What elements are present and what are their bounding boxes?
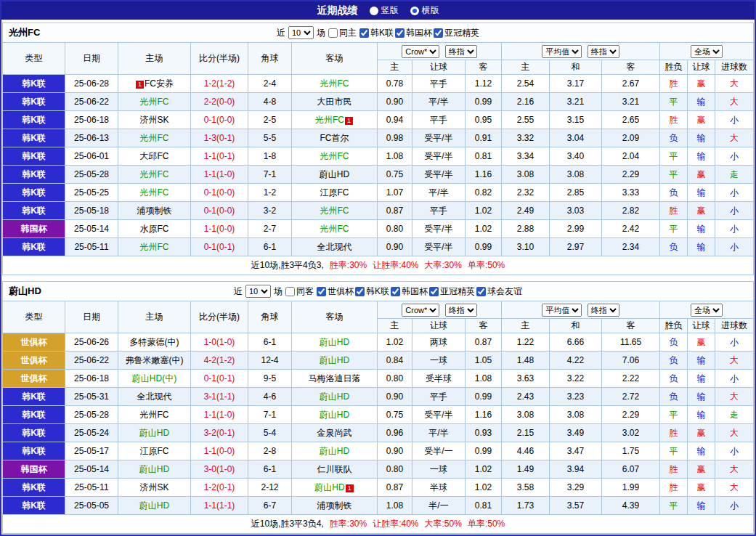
- team-link[interactable]: 光州FC: [140, 187, 169, 198]
- away-team-cell[interactable]: 金泉尚武: [292, 424, 378, 442]
- team-link[interactable]: 蔚山HD: [320, 410, 349, 420]
- team-link[interactable]: 浦项制铁: [317, 500, 352, 511]
- league-filter[interactable]: 韩K联: [359, 27, 394, 39]
- league-filter[interactable]: 亚冠精英: [434, 27, 479, 39]
- team-link[interactable]: 蔚山HD: [139, 428, 169, 438]
- league-filter[interactable]: 韩K联: [355, 285, 389, 298]
- home-team-cell[interactable]: 多特蒙德(中): [118, 333, 191, 352]
- average-select[interactable]: 平均值: [542, 45, 582, 58]
- home-team-cell[interactable]: 济州SK: [118, 479, 191, 497]
- league-filter[interactable]: 球会友谊: [476, 285, 522, 298]
- team-link[interactable]: 光州FC: [140, 97, 169, 107]
- team-link[interactable]: 光州FC: [320, 78, 349, 89]
- league-checkbox[interactable]: [434, 28, 443, 38]
- home-team-cell[interactable]: 济州SK: [118, 111, 191, 129]
- away-team-cell[interactable]: 蔚山HD1: [292, 479, 378, 497]
- away-team-cell[interactable]: 光州FC: [292, 220, 378, 238]
- home-team-cell[interactable]: 弗鲁米嫩塞(中): [118, 352, 191, 370]
- away-team-cell[interactable]: 浦项制铁: [292, 497, 378, 515]
- team-link[interactable]: 蔚山HD(中): [132, 373, 176, 383]
- same-venue-checkbox[interactable]: [328, 28, 338, 38]
- team-link[interactable]: 蔚山HD: [314, 482, 344, 492]
- home-team-cell[interactable]: 水原FC: [118, 220, 191, 238]
- team-link[interactable]: 马梅洛迪日落: [309, 373, 361, 383]
- home-team-cell[interactable]: 光州FC: [118, 166, 191, 184]
- team-link[interactable]: 多特蒙德(中): [130, 337, 179, 347]
- team-link[interactable]: 全北现代: [137, 391, 172, 402]
- league-filter[interactable]: 世俱杯: [317, 285, 354, 298]
- away-team-cell[interactable]: 仁川联队: [292, 460, 378, 479]
- home-team-cell[interactable]: 光州FC: [118, 184, 191, 202]
- team-link[interactable]: 江原FC: [320, 187, 349, 198]
- away-team-cell[interactable]: 大田市民: [292, 93, 378, 111]
- away-team-cell[interactable]: 光州FC1: [292, 111, 378, 129]
- league-checkbox[interactable]: [391, 287, 400, 296]
- same-venue-filter[interactable]: 同主: [328, 27, 357, 39]
- team-link[interactable]: FC安养: [145, 78, 174, 89]
- home-team-cell[interactable]: 全北现代: [118, 388, 191, 406]
- home-team-cell[interactable]: 光州FC: [118, 129, 191, 147]
- bookmaker-select[interactable]: Crow*: [402, 45, 439, 58]
- away-team-cell[interactable]: 光州FC: [292, 147, 378, 166]
- away-team-cell[interactable]: FC首尔: [292, 129, 378, 147]
- team-link[interactable]: 光州FC: [140, 410, 169, 420]
- team-link[interactable]: 蔚山HD: [320, 446, 349, 456]
- league-checkbox[interactable]: [476, 287, 486, 296]
- team-link[interactable]: 蔚山HD: [320, 337, 349, 347]
- away-team-cell[interactable]: 蔚山HD: [292, 333, 378, 352]
- team-link[interactable]: 光州FC: [320, 151, 349, 161]
- league-checkbox[interactable]: [395, 28, 405, 38]
- home-team-cell[interactable]: 江原FC: [118, 442, 191, 460]
- away-team-cell[interactable]: 蔚山HD: [292, 352, 378, 370]
- away-team-cell[interactable]: 蔚山HD: [292, 406, 378, 424]
- layout-radio-vertical[interactable]: 竖版: [370, 4, 399, 17]
- team-link[interactable]: 光州FC: [140, 242, 169, 252]
- team-link[interactable]: 仁川联队: [317, 464, 352, 474]
- handicap-period-select[interactable]: 终指: [445, 304, 477, 317]
- team-link[interactable]: 蔚山HD: [320, 355, 349, 365]
- home-team-cell[interactable]: 1FC安养: [118, 75, 191, 93]
- league-checkbox[interactable]: [317, 287, 326, 296]
- team-link[interactable]: 江原FC: [140, 446, 169, 456]
- team-link[interactable]: 光州FC: [315, 115, 344, 125]
- team-link[interactable]: 光州FC: [320, 206, 349, 216]
- same-venue-filter[interactable]: 同客: [285, 285, 314, 298]
- league-checkbox[interactable]: [429, 287, 439, 296]
- league-checkbox[interactable]: [355, 287, 365, 296]
- match-count-select[interactable]: 10: [288, 26, 314, 39]
- bookmaker-select[interactable]: Crow*: [402, 304, 439, 317]
- away-team-cell[interactable]: 江原FC: [292, 184, 378, 202]
- home-team-cell[interactable]: 蔚山HD: [118, 497, 191, 515]
- away-team-cell[interactable]: 光州FC: [292, 75, 378, 93]
- team-link[interactable]: 光州FC: [320, 224, 349, 234]
- team-link[interactable]: 金泉尚武: [317, 428, 352, 438]
- team-link[interactable]: 大田市民: [317, 97, 352, 107]
- league-checkbox[interactable]: [359, 28, 369, 38]
- away-team-cell[interactable]: 蔚山HD: [292, 442, 378, 460]
- league-filter[interactable]: 韩国杯: [391, 285, 428, 298]
- team-link[interactable]: 蔚山HD: [320, 169, 349, 179]
- home-team-cell[interactable]: 蔚山HD: [118, 460, 191, 479]
- layout-radio-horizontal[interactable]: 横版: [410, 4, 439, 17]
- average-select[interactable]: 平均值: [542, 304, 582, 317]
- team-link[interactable]: 光州FC: [140, 169, 169, 179]
- team-link[interactable]: 蔚山HD: [320, 391, 349, 402]
- home-team-cell[interactable]: 大邱FC: [118, 147, 191, 166]
- match-count-select[interactable]: 10: [245, 285, 271, 298]
- league-filter[interactable]: 韩国杯: [395, 27, 432, 39]
- away-team-cell[interactable]: 蔚山HD: [292, 388, 378, 406]
- home-team-cell[interactable]: 光州FC: [118, 406, 191, 424]
- home-team-cell[interactable]: 光州FC: [118, 238, 191, 256]
- team-link[interactable]: 济州SK: [139, 482, 168, 492]
- away-team-cell[interactable]: 蔚山HD: [292, 166, 378, 184]
- average-period-select[interactable]: 终指: [588, 45, 619, 58]
- team-link[interactable]: FC首尔: [320, 133, 349, 143]
- team-link[interactable]: 浦项制铁: [137, 206, 172, 216]
- team-link[interactable]: 大邱FC: [140, 151, 169, 161]
- average-period-select[interactable]: 终指: [588, 304, 619, 317]
- home-team-cell[interactable]: 光州FC: [118, 93, 191, 111]
- team-link[interactable]: 水原FC: [140, 224, 169, 234]
- team-link[interactable]: 济州SK: [139, 115, 168, 125]
- team-link[interactable]: 蔚山HD: [139, 500, 169, 511]
- home-team-cell[interactable]: 蔚山HD(中): [118, 370, 191, 388]
